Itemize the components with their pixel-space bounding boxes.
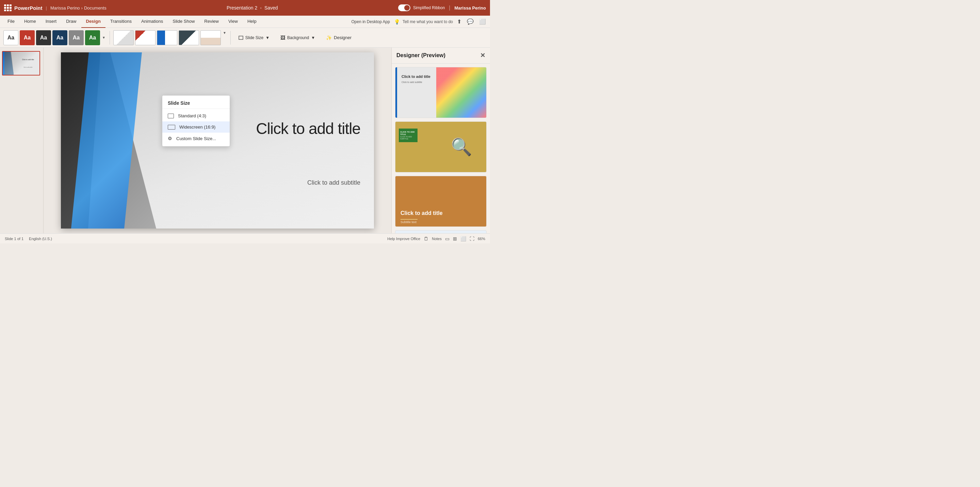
design-card-2[interactable]: CLICK TO ADD TITLE CLICK TO ADD SUBTITLE… bbox=[395, 121, 487, 173]
dropdown-item-standard[interactable]: Standard (4:3) bbox=[162, 110, 230, 121]
tab-insert[interactable]: Insert bbox=[41, 16, 62, 28]
card1-image bbox=[436, 67, 486, 118]
swatch-plain[interactable]: Aa bbox=[3, 30, 18, 45]
dropdown-header: Slide Size bbox=[162, 98, 230, 109]
tab-animations[interactable]: Animations bbox=[137, 16, 168, 28]
slide-sorter-icon[interactable]: ⊞ bbox=[453, 236, 457, 241]
title-bar-center: Presentation 2 - Saved bbox=[107, 5, 398, 11]
gear-icon: ⚙ bbox=[168, 136, 172, 141]
theme-preview-4[interactable] bbox=[179, 30, 199, 45]
swatch-dropdown-arrow[interactable]: ▼ bbox=[102, 35, 106, 40]
comments-icon[interactable]: 💬 bbox=[466, 18, 475, 25]
title-bar: PowerPoint | Marissa Perino › Documents … bbox=[0, 0, 490, 16]
share-icon[interactable]: ⬆ bbox=[456, 18, 463, 25]
toggle-track[interactable] bbox=[398, 5, 410, 11]
dropdown-item-custom[interactable]: ⚙ Custom Slide Size... bbox=[162, 133, 230, 144]
card2-green-box: CLICK TO ADD TITLE CLICK TO ADD SUBTITLE bbox=[399, 128, 417, 142]
slide-size-button[interactable]: Slide Size ▼ bbox=[234, 33, 274, 43]
tab-review[interactable]: Review bbox=[199, 16, 224, 28]
designer-button[interactable]: ✨ Designer bbox=[321, 33, 356, 43]
background-button[interactable]: 🖼 Background ▼ bbox=[276, 33, 320, 43]
theme-preview-2[interactable] bbox=[135, 30, 156, 45]
card1-title: Click to add title bbox=[401, 74, 438, 79]
toggle-thumb bbox=[404, 5, 410, 11]
slide-subtitle-placeholder[interactable]: Click to add subtitle bbox=[307, 179, 360, 186]
swatch-green[interactable]: Aa bbox=[85, 30, 100, 45]
svg-rect-0 bbox=[239, 36, 243, 40]
tab-design[interactable]: Design bbox=[81, 16, 105, 28]
notes-icon[interactable]: 🗒 bbox=[424, 236, 428, 241]
designer-panel: Designer (Preview) ✕ Click to add title … bbox=[391, 48, 490, 233]
open-desktop-btn[interactable]: Open in Desktop App bbox=[347, 19, 394, 24]
breadcrumb-folder[interactable]: Documents bbox=[84, 5, 107, 11]
user-name[interactable]: Marissa Perino bbox=[455, 5, 486, 11]
card1-text-area: Click to add title Click to add subtitle bbox=[401, 74, 438, 83]
swatch-dark[interactable]: Aa bbox=[36, 30, 51, 45]
designer-label: Designer bbox=[334, 35, 352, 40]
tab-home[interactable]: Home bbox=[19, 16, 41, 28]
swatch-blue[interactable]: Aa bbox=[52, 30, 67, 45]
theme-dropdown-arrow[interactable]: ▼ bbox=[222, 30, 227, 45]
slide-canvas-area[interactable]: Click to add title Click to add subtitle… bbox=[43, 48, 391, 233]
theme-preview-1[interactable] bbox=[113, 30, 134, 45]
simplified-ribbon-toggle[interactable]: Simplified Ribbon bbox=[398, 5, 445, 11]
designer-close-button[interactable]: ✕ bbox=[480, 52, 485, 59]
waffle-icon[interactable] bbox=[4, 5, 11, 11]
widescreen-label: Widescreen (16:9) bbox=[179, 124, 215, 130]
help-improve[interactable]: Help Improve Office bbox=[387, 237, 420, 241]
simplified-ribbon-label: Simplified Ribbon bbox=[413, 5, 445, 10]
design-card-4[interactable]: Click to add title bbox=[395, 230, 487, 233]
tab-file[interactable]: File bbox=[3, 16, 19, 28]
theme-previews: ▼ bbox=[113, 30, 227, 45]
fullscreen-icon[interactable]: ⛶ bbox=[469, 236, 474, 241]
tab-help[interactable]: Help bbox=[243, 16, 261, 28]
presentation-title[interactable]: Presentation 2 bbox=[227, 5, 257, 11]
present-icon[interactable]: ⬜ bbox=[478, 18, 487, 25]
slide-title-placeholder[interactable]: Click to add title bbox=[256, 119, 360, 138]
title-bar-right: Simplified Ribbon | Marissa Perino bbox=[398, 5, 486, 11]
normal-view-icon[interactable]: ▭ bbox=[445, 236, 450, 241]
theme-preview-3[interactable] bbox=[157, 30, 177, 45]
designer-icon: ✨ bbox=[326, 35, 332, 40]
swatch-gray[interactable]: Aa bbox=[69, 30, 84, 45]
tab-slideshow[interactable]: Slide Show bbox=[168, 16, 199, 28]
tab-view[interactable]: View bbox=[224, 16, 243, 28]
user-separator: | bbox=[449, 5, 450, 11]
toolbar-separator-1 bbox=[110, 31, 110, 44]
swatch-red[interactable]: Aa bbox=[20, 30, 35, 45]
card3-title: Click to add title bbox=[401, 210, 443, 216]
theme-preview-5[interactable] bbox=[200, 30, 221, 45]
separator: | bbox=[46, 5, 47, 11]
tell-me-field[interactable]: Tell me what you want to do bbox=[400, 19, 456, 24]
slide-size-dropdown: Slide Size Standard (4:3) Widescreen (16… bbox=[162, 95, 230, 147]
tab-draw[interactable]: Draw bbox=[61, 16, 81, 28]
main-area: 1 Click to add title Click to add subtit… bbox=[0, 48, 490, 233]
breadcrumb-user[interactable]: Marissa Perino bbox=[50, 5, 80, 11]
title-bar-left: PowerPoint | Marissa Perino › Documents bbox=[4, 5, 107, 11]
breadcrumb[interactable]: Marissa Perino › Documents bbox=[50, 5, 107, 11]
zoom-level: 66% bbox=[478, 237, 485, 241]
language-info: English (U.S.) bbox=[29, 237, 52, 241]
notes-label[interactable]: Notes bbox=[432, 237, 442, 241]
reading-view-icon[interactable]: ⬜ bbox=[460, 236, 466, 241]
app-name: PowerPoint bbox=[14, 5, 43, 11]
slide-thumbnail-1[interactable]: Click to add title Click to add subtitle bbox=[2, 51, 40, 76]
saved-status: Saved bbox=[264, 5, 278, 11]
card3-subtitle: Subtitle text bbox=[401, 220, 417, 224]
slides-panel: 1 Click to add title Click to add subtit… bbox=[0, 48, 43, 233]
design-card-3[interactable]: Click to add title Subtitle text bbox=[395, 176, 487, 227]
dropdown-item-widescreen[interactable]: Widescreen (16:9) bbox=[162, 121, 230, 133]
card2-title-text: CLICK TO ADD TITLE bbox=[400, 131, 416, 136]
thumb-content: Click to add title Click to add subtitle bbox=[3, 52, 40, 75]
tab-transitions[interactable]: Transitions bbox=[105, 16, 137, 28]
background-icon: 🖼 bbox=[280, 35, 285, 40]
design-toolbar: Aa Aa Aa Aa Aa Aa ▼ ▼ Slide Size ▼ 🖼 Bac… bbox=[0, 28, 490, 48]
thumb-title: Click to add title bbox=[18, 59, 38, 60]
design-card-1[interactable]: Click to add title Click to add subtitle bbox=[395, 67, 487, 118]
card3-line bbox=[401, 219, 417, 220]
status-left: Slide 1 of 1 English (U.S.) bbox=[5, 237, 52, 241]
designer-previews: Click to add title Click to add subtitle… bbox=[392, 63, 490, 233]
ribbon-tabs: File Home Insert Draw Design Transitions… bbox=[0, 16, 490, 28]
background-arrow: ▼ bbox=[311, 35, 315, 40]
slide-size-arrow: ▼ bbox=[266, 35, 269, 40]
